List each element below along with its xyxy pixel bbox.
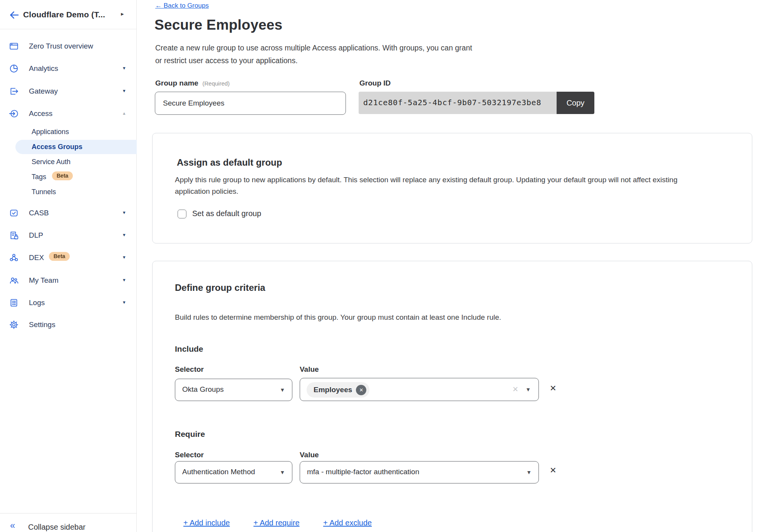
chevron-down-icon[interactable]: ▾ xyxy=(123,277,126,283)
copy-button[interactable]: Copy xyxy=(557,92,594,114)
require-heading: Require xyxy=(175,430,205,439)
sidebar-item-dlp[interactable]: DLP ▾ xyxy=(0,230,137,242)
value-tag: Employees ✕ xyxy=(307,382,369,398)
sidebar-item-label: Access xyxy=(29,109,52,118)
remove-include-rule-icon[interactable]: ✕ xyxy=(550,384,557,393)
gateway-icon xyxy=(9,86,19,96)
login-arrow-icon xyxy=(9,109,19,119)
sidebar-item-zero-trust-overview[interactable]: Zero Trust overview xyxy=(0,41,137,52)
set-default-group-label: Set as default group xyxy=(192,209,261,218)
card-heading: Assign as default group xyxy=(177,157,282,168)
window-icon xyxy=(9,41,19,51)
sidebar-footer-divider xyxy=(0,513,137,514)
assign-default-group-card: Assign as default group Apply this rule … xyxy=(152,133,752,243)
shield-check-icon xyxy=(9,208,19,218)
sidebar-item-label: Settings xyxy=(29,321,55,329)
list-icon xyxy=(9,298,19,308)
sidebar-item-label: DEX xyxy=(29,253,44,262)
card-heading: Define group criteria xyxy=(175,282,265,293)
remove-tag-icon[interactable]: ✕ xyxy=(356,385,366,395)
add-exclude-link[interactable]: + Add exclude xyxy=(323,519,372,527)
group-id-value: d21ce80f-5a25-4bcf-9b07-5032197e3be8 xyxy=(363,98,541,107)
include-value-combobox[interactable]: Employees ✕ ✕ ▼ xyxy=(300,378,539,401)
collapse-sidebar-label: Collapse sidebar xyxy=(28,523,86,532)
beta-badge: Beta xyxy=(49,252,70,261)
zero-trust-dashboard: Cloudflare Demo (T... ▸ Zero Trust overv… xyxy=(0,0,770,532)
sidebar-item-label: Applications xyxy=(32,128,69,136)
sidebar-item-tags[interactable]: Tags Beta xyxy=(0,172,137,183)
clear-values-icon[interactable]: ✕ xyxy=(512,385,518,394)
chevron-down-icon[interactable]: ▾ xyxy=(123,88,126,94)
group-name-label: Group name (Required) xyxy=(155,79,230,87)
account-name: Cloudflare Demo (T... xyxy=(23,10,105,19)
remove-require-rule-icon[interactable]: ✕ xyxy=(550,466,557,475)
define-group-criteria-card: Define group criteria Build rules to det… xyxy=(152,261,752,532)
sidebar-header: Cloudflare Demo (T... ▸ xyxy=(0,0,136,29)
sidebar-item-analytics[interactable]: Analytics ▾ xyxy=(0,63,137,75)
sidebar-item-label: Tunnels xyxy=(32,188,56,196)
sidebar-item-gateway[interactable]: Gateway ▾ xyxy=(0,86,137,97)
page-description-line1: Create a new rule group to use across mu… xyxy=(155,44,472,52)
chevron-down-icon[interactable]: ▾ xyxy=(123,299,126,305)
sidebar-item-label: Tags xyxy=(32,173,46,181)
back-arrow-icon[interactable] xyxy=(8,9,20,21)
chevron-down-icon: ▼ xyxy=(280,387,285,393)
chevron-down-icon[interactable]: ▾ xyxy=(123,254,126,260)
page-description-line2: or restrict user access to your applicat… xyxy=(155,56,298,65)
sidebar-item-access-groups[interactable]: Access Groups xyxy=(15,140,137,154)
people-icon xyxy=(9,275,19,285)
require-selector-label: Selector xyxy=(175,451,204,459)
sidebar-item-casb[interactable]: CASB ▾ xyxy=(0,208,137,219)
gear-icon xyxy=(9,320,19,330)
sidebar-item-label: CASB xyxy=(29,209,49,217)
pie-chart-icon xyxy=(9,64,19,74)
add-require-link[interactable]: + Add require xyxy=(253,519,300,527)
network-nodes-icon xyxy=(9,253,19,263)
chevron-down-icon[interactable]: ▾ xyxy=(123,210,126,215)
sidebar-item-dex[interactable]: DEX Beta ▾ xyxy=(0,252,137,264)
chevron-up-icon[interactable]: ▴ xyxy=(123,110,126,116)
required-hint: (Required) xyxy=(202,80,230,87)
group-id-value-box: d21ce80f-5a25-4bcf-9b07-5032197e3be8 xyxy=(359,92,557,114)
sidebar-item-label: Gateway xyxy=(29,87,58,96)
require-selector-dropdown[interactable]: Authentication Method ▼ xyxy=(175,461,292,483)
page-title: Secure Employees xyxy=(154,17,282,33)
account-switcher-caret-icon[interactable]: ▸ xyxy=(121,10,124,17)
sidebar-item-applications[interactable]: Applications xyxy=(0,127,137,138)
sidebar-item-settings[interactable]: Settings xyxy=(0,319,137,331)
chevron-down-icon: ▼ xyxy=(526,469,532,475)
back-to-groups-link[interactable]: ← Back to Groups xyxy=(155,2,209,10)
sidebar-item-label: Logs xyxy=(29,299,45,307)
criteria-body: Build rules to determine membership of t… xyxy=(175,313,501,322)
value-tag-label: Employees xyxy=(314,386,352,394)
require-selector-value: Authentication Method xyxy=(182,468,255,476)
include-selector-label: Selector xyxy=(175,365,204,374)
sidebar-item-service-auth[interactable]: Service Auth xyxy=(0,157,137,168)
include-selector-value: Okta Groups xyxy=(182,385,224,394)
chevron-down-icon[interactable]: ▾ xyxy=(123,232,126,238)
require-value-label: Value xyxy=(300,451,319,459)
sidebar-item-logs[interactable]: Logs ▾ xyxy=(0,297,137,309)
beta-badge: Beta xyxy=(52,171,73,180)
include-selector-dropdown[interactable]: Okta Groups ▼ xyxy=(175,379,292,401)
set-default-group-checkbox[interactable] xyxy=(178,210,186,218)
chevron-down-icon[interactable]: ▾ xyxy=(123,65,126,71)
include-value-label: Value xyxy=(300,365,319,374)
sidebar-item-access[interactable]: Access ▴ xyxy=(0,108,137,120)
collapse-double-chevron-icon: « xyxy=(10,520,15,531)
sidebar-item-label: Analytics xyxy=(29,64,58,73)
require-value-dropdown[interactable]: mfa - multiple-factor authentication ▼ xyxy=(300,461,539,483)
sidebar-item-label: Access Groups xyxy=(32,143,82,151)
card-body-line1: Apply this rule group to new application… xyxy=(175,176,678,184)
sidebar: Cloudflare Demo (T... ▸ Zero Trust overv… xyxy=(0,0,137,532)
sidebar-item-tunnels[interactable]: Tunnels xyxy=(0,187,137,198)
chevron-down-icon: ▼ xyxy=(525,386,531,393)
collapse-sidebar-button[interactable]: « Collapse sidebar xyxy=(0,519,137,532)
sidebar-item-my-team[interactable]: My Team ▾ xyxy=(0,275,137,287)
add-include-link[interactable]: + Add include xyxy=(183,519,230,527)
require-value-text: mfa - multiple-factor authentication xyxy=(307,468,419,476)
sidebar-item-label: DLP xyxy=(29,231,43,240)
group-name-input[interactable] xyxy=(155,92,346,115)
card-body-line2: application policies. xyxy=(175,187,238,196)
sidebar-item-label: Service Auth xyxy=(32,158,70,166)
